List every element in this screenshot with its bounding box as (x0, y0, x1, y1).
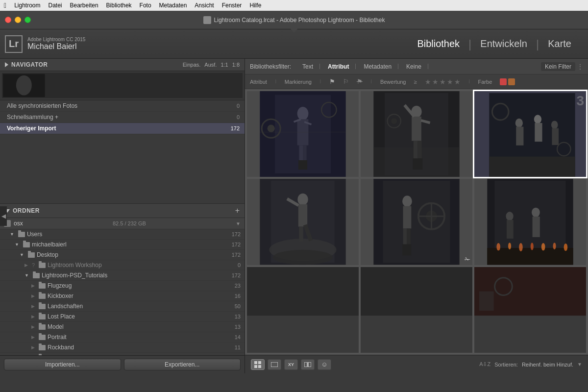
svg-rect-81 (258, 361, 261, 364)
collection-prev-import[interactable]: Vorheriger Import 172 (0, 123, 245, 134)
loupe-view-button[interactable] (268, 359, 281, 370)
attr-label-bewertung: Bewertung (380, 79, 406, 85)
nav-entwickeln[interactable]: Entwickeln (471, 36, 536, 51)
filter-options-icon[interactable]: ⋮ (577, 63, 583, 70)
photo-cell-8[interactable] (361, 267, 472, 353)
folder-flugzeug[interactable]: ▶ Flugzeug 23 (0, 281, 245, 291)
svg-rect-56 (403, 206, 412, 229)
color-red[interactable] (500, 78, 507, 85)
star-4[interactable]: ★ (447, 78, 453, 86)
folder-lost-place[interactable]: ▶ Lost Place 13 (0, 312, 245, 322)
svg-point-69 (553, 243, 556, 250)
menu-bibliothek[interactable]: Bibliothek (106, 2, 132, 9)
star-rating[interactable]: ★ ★ ★ ★ ★ (425, 78, 461, 86)
menu-lightroom[interactable]: Lightroom (14, 2, 40, 9)
close-button[interactable] (5, 17, 11, 23)
folder-model[interactable]: ▶ Model 13 (0, 322, 245, 332)
left-panel-collapse[interactable]: ◀ (0, 206, 7, 226)
nav-1to8[interactable]: 1:8 (232, 62, 240, 68)
photo-cell-2[interactable] (361, 91, 472, 177)
folder-lr-psd-tutorials[interactable]: ▼ Lightroom-PSD_Tutorials 172 (0, 270, 245, 281)
app-name-top: Adobe Lightroom CC 2015 (27, 37, 85, 42)
folder-add-button[interactable]: + (235, 206, 240, 215)
filter-tab-text[interactable]: Text (295, 61, 320, 73)
photo-cell-7[interactable] (247, 267, 359, 353)
photo-cell-3[interactable]: 3 (474, 91, 586, 177)
photo-cell-1[interactable] (247, 91, 359, 177)
flag-reject-icon[interactable]: ⚑ (357, 78, 363, 85)
flag-pick-icon[interactable]: ⚑ (329, 78, 335, 85)
menu-bearbeiten[interactable]: Bearbeiten (70, 2, 98, 9)
navigator-header[interactable]: Navigator Einpas. Ausf. 1:1 1:8 (0, 59, 245, 71)
nav-karte[interactable]: Karte (539, 36, 580, 51)
compare-view-button[interactable]: XY (284, 359, 298, 370)
svg-rect-85 (304, 362, 307, 367)
menubar:  Lightroom Datei Bearbeiten Bibliothek … (0, 0, 588, 11)
filter-bar-label: Bibliotheksfilter: (250, 63, 291, 70)
menu-foto[interactable]: Foto (140, 2, 151, 9)
menu-datei[interactable]: Datei (49, 2, 62, 9)
svg-rect-47 (299, 227, 303, 242)
color-boxes (500, 78, 515, 85)
disk-name: osx (14, 220, 23, 227)
star-1[interactable]: ★ (425, 78, 431, 86)
photo-cell-5[interactable]: ✁ (361, 179, 472, 265)
svg-point-66 (519, 243, 523, 251)
folder-michaelbaierl[interactable]: ▼ michaelbaierl 172 (0, 240, 245, 250)
nav-bibliothek[interactable]: Bibliothek (408, 36, 468, 51)
app-nav: Bibliothek | Entwickeln | Karte (408, 36, 580, 51)
export-button[interactable]: Exportieren... (124, 359, 241, 370)
photo-cell-4[interactable] (247, 179, 359, 265)
folder-rockband[interactable]: ▶ Rockband 11 (0, 343, 245, 353)
filter-right: Kein Filter ⋮ (541, 62, 583, 71)
disk-space: 82.5 / 232 GB (113, 220, 146, 226)
filter-bar: Bibliotheksfilter: Text Attribut Metadat… (245, 59, 588, 74)
menu-metadaten[interactable]: Metadaten (159, 2, 187, 9)
folder-icon (39, 283, 46, 289)
menu-fenster[interactable]: Fenster (222, 2, 242, 9)
star-3[interactable]: ★ (440, 78, 446, 86)
svg-rect-27 (417, 158, 422, 170)
filter-tab-metadaten[interactable]: Metadaten (356, 61, 399, 73)
disk-item[interactable]: osx 82.5 / 232 GB ▼ (0, 218, 245, 229)
photo-cell-6[interactable] (474, 179, 586, 265)
nav-1to1[interactable]: 1:1 (220, 62, 228, 68)
nav-einpas[interactable]: Einpas. (183, 62, 201, 68)
survey-view-button[interactable] (301, 359, 315, 370)
star-2[interactable]: ★ (432, 78, 439, 86)
color-orange[interactable] (508, 78, 515, 85)
import-button[interactable]: Importieren... (4, 359, 121, 370)
app-icon (203, 16, 211, 24)
folder-header[interactable]: Ordner + (0, 204, 245, 218)
people-view-button[interactable]: ☺ (318, 359, 331, 370)
kein-filter-button[interactable]: Kein Filter (541, 62, 575, 71)
navigator-collapse-icon (5, 62, 8, 67)
navigator-title: Navigator (11, 61, 48, 68)
apple-menu[interactable]:  (4, 1, 6, 9)
filter-tab-attribut[interactable]: Attribut (320, 61, 356, 73)
folder-icon (39, 294, 46, 299)
folder-lr-workshop[interactable]: ▶ ? Lightroom Workshop 0 (0, 260, 245, 270)
sort-dropdown-icon[interactable]: ▼ (577, 362, 582, 367)
grid-view-button[interactable] (251, 359, 265, 370)
flag-none-icon[interactable]: ⚐ (343, 78, 349, 85)
left-panel: ◀ Navigator Einpas. Ausf. 1:1 1:8 (0, 59, 245, 373)
menu-ansicht[interactable]: Ansicht (195, 2, 214, 9)
minimize-button[interactable] (15, 17, 21, 23)
nav-ausf[interactable]: Ausf. (204, 62, 217, 68)
folder-landschaften[interactable]: ▶ Landschaften 50 (0, 301, 245, 312)
toolbar-right: A⇩Z Sortieren: Reihenf. beim Hinzuf. ▼ (479, 361, 582, 368)
folder-desktop[interactable]: ▼ Desktop 172 (0, 250, 245, 260)
collection-all-sync[interactable]: Alle synchronisierten Fotos 0 (0, 100, 245, 112)
collection-quick[interactable]: Schnellsammlung + 0 (0, 112, 245, 123)
star-5[interactable]: ★ (454, 78, 461, 86)
folder-kickboxer[interactable]: ▶ Kickboxer 16 (0, 291, 245, 301)
folder-users[interactable]: ▼ Users 172 (0, 229, 245, 240)
folder-portrait[interactable]: ▶ Portrait 14 (0, 332, 245, 343)
photo-cell-9[interactable] (474, 267, 586, 353)
svg-point-2 (16, 75, 32, 96)
sort-value-dropdown[interactable]: Reihenf. beim Hinzuf. (522, 362, 573, 368)
menu-hilfe[interactable]: Hilfe (249, 2, 261, 9)
filter-tab-keine[interactable]: Keine (399, 61, 429, 73)
maximize-button[interactable] (24, 17, 31, 23)
